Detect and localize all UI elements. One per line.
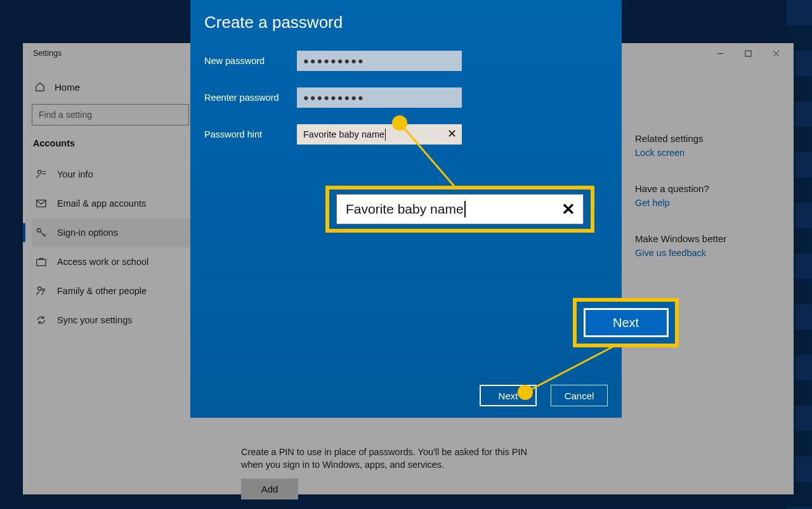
sidebar-item-label: Sync your settings — [57, 315, 132, 325]
sidebar-item-email-accounts[interactable]: Email & app accounts — [32, 189, 217, 218]
callout-next-label: Next — [613, 316, 639, 330]
people-icon — [36, 285, 47, 297]
svg-rect-9 — [37, 259, 46, 266]
sidebar-item-label: Family & other people — [57, 286, 147, 296]
callout-next-button: Next — [573, 298, 679, 347]
question-heading: Have a question? — [635, 183, 781, 194]
sidebar-item-label: Access work or school — [57, 257, 148, 267]
text-caret — [385, 129, 386, 141]
callout-hint-input-inner: Favorite baby name ✕ — [336, 194, 584, 224]
window-controls — [706, 44, 790, 62]
new-password-input[interactable]: ●●●●●●●●● — [297, 51, 462, 71]
svg-point-4 — [38, 171, 41, 174]
window-title: Settings — [33, 49, 62, 58]
lock-screen-link[interactable]: Lock screen — [635, 148, 781, 158]
sidebar-item-signin-options[interactable]: Sign-in options — [32, 218, 217, 247]
briefcase-icon — [36, 256, 47, 267]
password-hint-input[interactable]: Favorite baby name ✕ — [297, 124, 462, 145]
callout-hint-input: Favorite baby name ✕ — [325, 186, 594, 233]
text-caret — [464, 201, 466, 217]
sync-icon — [36, 314, 47, 326]
password-hint-label: Password hint — [204, 129, 297, 139]
svg-rect-7 — [37, 200, 46, 207]
sidebar-item-family-people[interactable]: Family & other people — [32, 276, 217, 306]
search-input[interactable]: Find a setting — [32, 104, 189, 126]
person-icon — [36, 169, 47, 180]
home-label: Home — [55, 82, 80, 93]
reenter-password-input[interactable]: ●●●●●●●●● — [297, 87, 462, 108]
clear-icon[interactable]: ✕ — [447, 128, 457, 139]
better-heading: Make Windows better — [635, 233, 781, 244]
feedback-link[interactable]: Give us feedback — [635, 248, 781, 258]
window-close-button[interactable] — [762, 44, 790, 62]
sidebar-item-label: Sign-in options — [57, 228, 118, 238]
callout-hint-value: Favorite baby name — [346, 202, 464, 217]
reenter-password-label: Reenter password — [204, 93, 297, 103]
callout-next-button-inner: Next — [584, 308, 669, 337]
add-pin-button[interactable]: Add — [241, 479, 298, 499]
password-hint-value: Favorite baby name — [303, 129, 384, 139]
next-button[interactable]: Next — [480, 385, 537, 406]
sidebar-item-label: Email & app accounts — [57, 198, 146, 209]
dialog-title: Create a password — [204, 13, 609, 32]
right-sidebar: Related settings Lock screen Have a ques… — [635, 133, 781, 283]
new-password-value: ●●●●●●●●● — [303, 56, 365, 66]
svg-point-11 — [43, 288, 45, 291]
get-help-link[interactable]: Get help — [635, 198, 781, 208]
svg-point-10 — [38, 287, 41, 290]
search-placeholder: Find a setting — [39, 110, 92, 120]
home-icon — [34, 81, 46, 93]
related-settings-heading: Related settings — [635, 133, 781, 144]
key-icon — [36, 227, 47, 238]
home-link[interactable]: Home — [34, 81, 217, 93]
sidebar-item-label: Your info — [57, 169, 93, 179]
sidebar-item-access-work-school[interactable]: Access work or school — [32, 247, 217, 276]
mail-icon — [36, 198, 47, 209]
reenter-password-value: ●●●●●●●●● — [303, 93, 365, 103]
sidebar-item-your-info[interactable]: Your info — [32, 160, 217, 189]
pin-description: Create a PIN to use in place of password… — [241, 446, 539, 471]
sidebar-section-title: Accounts — [33, 138, 217, 148]
window-minimize-button[interactable] — [706, 44, 734, 62]
window-maximize-button[interactable] — [734, 44, 762, 62]
sidebar-item-sync-settings[interactable]: Sync your settings — [32, 306, 217, 335]
close-icon: ✕ — [561, 200, 575, 219]
svg-rect-1 — [745, 51, 751, 56]
cancel-button[interactable]: Cancel — [551, 385, 608, 406]
new-password-label: New password — [204, 56, 297, 66]
